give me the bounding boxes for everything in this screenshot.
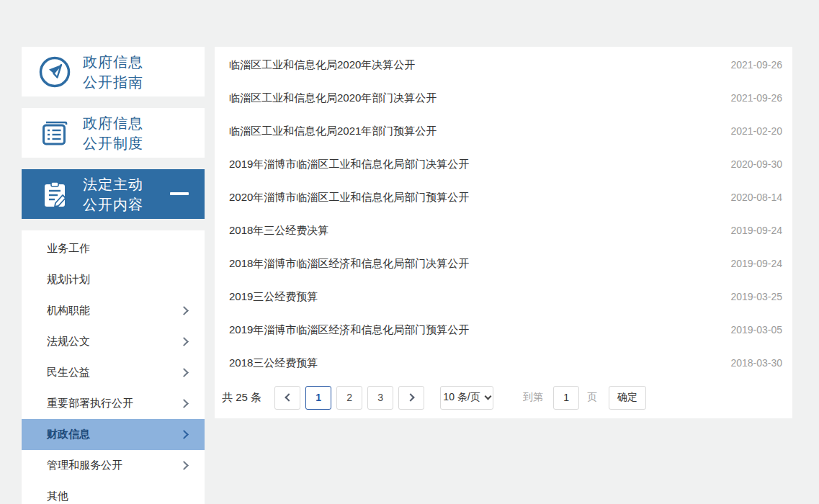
article-list-panel: 临淄区工业和信息化局2020年决算公开 2021-09-26 临淄区工业和信息化… xyxy=(215,47,792,418)
list-item: 2020年淄博市临淄区工业和信息化局部门预算公开 2020-08-14 xyxy=(229,181,782,214)
sidebar-item-management-service[interactable]: 管理和服务公开 xyxy=(22,450,205,481)
menu-item-label: 业务工作 xyxy=(47,242,90,256)
page-size-select[interactable]: 10 条/页 xyxy=(440,386,493,410)
menu-item-label: 财政信息 xyxy=(47,428,90,441)
menu-item-label: 其他 xyxy=(47,490,68,503)
page-3-button[interactable]: 3 xyxy=(367,386,393,410)
sidebar-item-regulations[interactable]: 法规公文 xyxy=(22,326,205,357)
card-title-line1: 政府信息 xyxy=(83,54,143,70)
page-1-button[interactable]: 1 xyxy=(305,386,331,410)
page-size-label: 10 条/页 xyxy=(443,391,480,404)
sidebar-item-org-functions[interactable]: 机构职能 xyxy=(22,295,205,326)
chevron-right-icon xyxy=(179,337,189,346)
menu-item-label: 规划计划 xyxy=(47,273,90,287)
card-title-line1: 政府信息 xyxy=(83,115,143,131)
card-title-line2: 公开制度 xyxy=(83,135,143,151)
menu-item-label: 重要部署执行公开 xyxy=(47,397,133,410)
goto-prefix-label: 到第 xyxy=(523,391,543,404)
clipboard-pen-icon xyxy=(37,177,72,212)
article-date: 2019-09-24 xyxy=(730,258,782,269)
list-item: 2019三公经费预算 2019-03-25 xyxy=(229,280,782,313)
sidebar-item-business-work[interactable]: 业务工作 xyxy=(22,233,205,264)
sidebar-card-open-guide[interactable]: 政府信息 公开指南 xyxy=(22,47,205,96)
list-item: 2018年淄博市临淄区经济和信息化局部门决算公开 2019-09-24 xyxy=(229,247,782,280)
list-item: 2019年淄博市临淄区工业和信息化局部门决算公开 2020-09-30 xyxy=(229,148,782,181)
article-date: 2021-09-26 xyxy=(730,92,782,104)
sidebar-item-key-deployment[interactable]: 重要部署执行公开 xyxy=(22,388,205,419)
article-date: 2019-03-05 xyxy=(730,324,782,336)
sidebar-menu: 业务工作 规划计划 机构职能 法规公文 民生公益 重要部署执行公开 财政信息 管… xyxy=(22,230,205,504)
total-count-label: 共 25 条 xyxy=(222,391,261,405)
article-date: 2020-09-30 xyxy=(730,158,782,170)
sidebar-card-open-system[interactable]: 政府信息 公开制度 xyxy=(22,108,205,158)
sidebar-card-title: 法定主动 公开内容 xyxy=(83,174,143,215)
page-next-button[interactable] xyxy=(398,386,424,410)
article-link[interactable]: 临淄区工业和信息化局2020年部门决算公开 xyxy=(229,91,437,105)
article-list: 临淄区工业和信息化局2020年决算公开 2021-09-26 临淄区工业和信息化… xyxy=(215,47,792,379)
article-link[interactable]: 2019年淄博市临淄区工业和信息化局部门决算公开 xyxy=(229,158,469,171)
article-date: 2020-08-14 xyxy=(730,192,782,203)
goto-page-input[interactable] xyxy=(553,386,579,410)
menu-item-label: 管理和服务公开 xyxy=(47,459,122,472)
article-link[interactable]: 2019三公经费预算 xyxy=(229,290,318,304)
card-title-line2: 公开内容 xyxy=(83,197,143,212)
sidebar: 政府信息 公开指南 政府信息 公开制度 xyxy=(22,47,205,504)
card-title-line1: 法定主动 xyxy=(83,176,143,192)
article-date: 2021-09-26 xyxy=(730,59,782,71)
sidebar-item-planning[interactable]: 规划计划 xyxy=(22,264,205,295)
list-item: 临淄区工业和信息化局2020年部门决算公开 2021-09-26 xyxy=(229,81,782,114)
sidebar-card-title: 政府信息 公开制度 xyxy=(83,113,143,153)
chevron-right-icon xyxy=(179,461,189,470)
chevron-right-icon xyxy=(406,393,414,401)
goto-suffix-label: 页 xyxy=(587,391,597,404)
pagination-bar: 共 25 条 1 2 3 10 条/页 到第 页 确定 xyxy=(222,385,792,410)
chevron-right-icon xyxy=(179,430,189,439)
article-link[interactable]: 临淄区工业和信息化局2020年决算公开 xyxy=(229,58,415,72)
sidebar-card-statutory-disclosure[interactable]: 法定主动 公开内容 xyxy=(22,169,205,219)
article-link[interactable]: 临淄区工业和信息化局2021年部门预算公开 xyxy=(229,125,437,138)
chevron-down-icon xyxy=(484,392,491,400)
compass-icon xyxy=(37,55,72,89)
menu-item-label: 民生公益 xyxy=(47,366,90,379)
chevron-left-icon xyxy=(285,393,292,401)
sidebar-item-livelihood[interactable]: 民生公益 xyxy=(22,357,205,388)
page-2-button[interactable]: 2 xyxy=(336,386,362,410)
article-link[interactable]: 2018三公经费预算 xyxy=(229,356,318,370)
article-date: 2018-03-30 xyxy=(730,357,782,369)
page-prev-button[interactable] xyxy=(274,386,300,410)
article-date: 2021-02-20 xyxy=(730,125,782,137)
menu-item-label: 机构职能 xyxy=(47,304,90,318)
article-link[interactable]: 2018年三公经费决算 xyxy=(229,224,328,238)
article-date: 2019-09-24 xyxy=(730,225,782,236)
sidebar-item-finance-info[interactable]: 财政信息 xyxy=(22,419,205,450)
list-item: 临淄区工业和信息化局2021年部门预算公开 2021-02-20 xyxy=(229,114,782,148)
sidebar-item-other[interactable]: 其他 xyxy=(22,481,205,504)
list-item: 2018三公经费预算 2018-03-30 xyxy=(229,346,782,379)
article-link[interactable]: 2020年淄博市临淄区工业和信息化局部门预算公开 xyxy=(229,191,469,204)
notebook-icon xyxy=(37,116,72,150)
article-date: 2019-03-25 xyxy=(730,291,782,302)
list-item: 临淄区工业和信息化局2020年决算公开 2021-09-26 xyxy=(229,48,782,81)
list-item: 2018年三公经费决算 2019-09-24 xyxy=(229,214,782,247)
sidebar-card-title: 政府信息 公开指南 xyxy=(83,52,143,92)
chevron-right-icon xyxy=(179,399,189,408)
menu-item-label: 法规公文 xyxy=(47,335,90,348)
chevron-right-icon xyxy=(179,306,189,315)
chevron-right-icon xyxy=(179,368,189,377)
collapse-minus-icon[interactable] xyxy=(170,192,189,195)
card-title-line2: 公开指南 xyxy=(83,74,143,90)
article-link[interactable]: 2019年淄博市临淄区经济和信息化局部门预算公开 xyxy=(229,323,469,337)
list-item: 2019年淄博市临淄区经济和信息化局部门预算公开 2019-03-05 xyxy=(229,313,782,346)
article-link[interactable]: 2018年淄博市临淄区经济和信息化局部门决算公开 xyxy=(229,257,469,271)
goto-confirm-button[interactable]: 确定 xyxy=(609,386,646,410)
